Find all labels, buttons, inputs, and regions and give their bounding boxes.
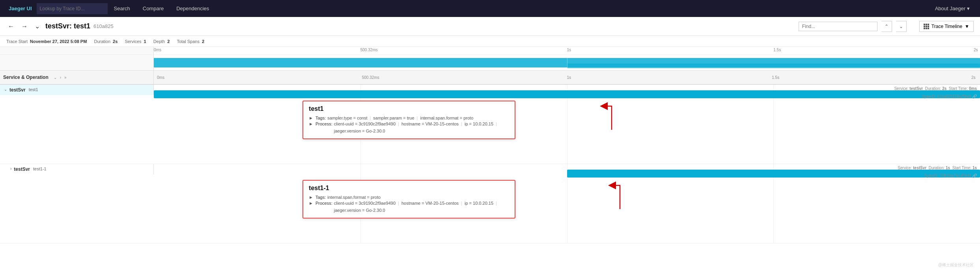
sort-right-button[interactable]: ›	[59, 75, 62, 80]
compare-nav-button[interactable]: Compare	[136, 0, 170, 17]
header-tick-500ms: 500.32ms	[362, 75, 379, 80]
trace-row: ⌄ testSvr test1 Service: testSvr Duratio…	[0, 85, 980, 164]
header-tick-0ms: 0ms	[157, 75, 164, 80]
row2-arrow-indicator	[608, 178, 632, 210]
col-header-service-op: Service & Operation ⌄ › »	[0, 71, 154, 84]
header-tick-1s: 1s	[567, 75, 571, 80]
about-jaeger-button[interactable]: About Jaeger ▾	[929, 0, 976, 17]
row2-process-label: Process:	[315, 201, 332, 206]
depth-value: 2	[167, 39, 170, 44]
row2-detail-popup: test1-1 ► Tags: internal.span.format = p…	[302, 180, 515, 219]
minimap-bar-2	[567, 64, 980, 68]
trace-header: ← → ⌄ testSvr: test1 610a825 ⌃ ⌄ Trace T…	[0, 17, 980, 36]
row2-tags-label: Tags:	[315, 195, 326, 200]
row2-span-bar[interactable]	[567, 170, 980, 178]
proc-ip: ip = 10.0.20.15	[465, 121, 493, 126]
ruler-tick-2s: 2s	[974, 48, 978, 52]
row1-op-label: test1	[29, 87, 38, 92]
sep4	[172, 39, 174, 44]
minimap-label-col	[0, 55, 154, 70]
chevron-down-icon: ▼	[965, 24, 969, 29]
row2-process-expand-icon[interactable]: ►	[309, 201, 313, 206]
duration-value: 2s	[113, 39, 118, 44]
row1-label-col: ⌄ testSvr test1	[0, 85, 154, 95]
row2-proc-ip: ip = 10.0.20.15	[465, 201, 493, 206]
trace-row-2: › testSvr test1-1 Service: testSvr Durat…	[0, 164, 980, 243]
row1-span-id: SpanID: 610a825218a75fe9 🔗	[922, 94, 977, 99]
total-spans-value: 2	[202, 39, 204, 44]
row2-proc-hostname: hostname = VM-20-15-centos	[401, 201, 459, 206]
services-label: Services	[125, 39, 141, 44]
services-value: 1	[144, 39, 146, 44]
sep1	[89, 39, 91, 44]
sort-down-button[interactable]: ⌄	[52, 75, 58, 80]
row2-expand-button[interactable]: ›	[9, 166, 12, 171]
row1-span-bar[interactable]	[154, 90, 980, 98]
trace-title: testSvr: test1 610a825	[45, 22, 114, 30]
sep3	[149, 39, 151, 44]
trace-id-text: 610a825	[93, 23, 114, 29]
row2-label-col: › testSvr test1-1	[0, 164, 154, 174]
col-header: Service & Operation ⌄ › » 0ms 500.32ms 1…	[0, 71, 980, 85]
dependencies-nav-button[interactable]: Dependencies	[170, 0, 215, 17]
row1-right-label: Service: testSvr Duration: 2s Start Time…	[894, 86, 977, 91]
row1-expand-button[interactable]: ⌄	[3, 87, 8, 92]
row1-arrow-indicator	[600, 98, 623, 131]
timeline-ruler-area: 0ms 500.32ms 1s 1.5s 2s	[0, 47, 980, 71]
row1-process-list: client-uuid = 3c9190c2f9ae9490 | hostnam…	[334, 121, 509, 133]
header-tick-1500ms: 1.5s	[772, 75, 779, 80]
grid-icon	[924, 24, 929, 29]
row1-timeline-col: Service: testSvr Duration: 2s Start Time…	[154, 85, 980, 164]
back-button[interactable]: ←	[6, 23, 16, 30]
expand-toggle-button[interactable]: ⌄	[33, 22, 41, 30]
minimap-canvas[interactable]	[154, 55, 980, 70]
sep2	[120, 39, 122, 44]
row2-proc-jaeger-version: jaeger.version = Go-2.30.0	[334, 208, 385, 213]
row2-tags-expand-icon[interactable]: ►	[309, 195, 313, 200]
row2-timeline-col: Service: testSvr Duration: 1s Start Time…	[154, 164, 980, 243]
col-header-ticks: 0ms 500.32ms 1s 1.5s 2s	[157, 70, 977, 84]
tags-expand-icon[interactable]: ►	[309, 116, 313, 120]
trace-timeline-label: Trace Timeline	[931, 24, 962, 29]
depth-label: Depth	[153, 39, 165, 44]
ruler-label-col	[0, 47, 154, 54]
main-area: ⌄ testSvr test1 Service: testSvr Duratio…	[0, 85, 980, 243]
row2-op-label: test1-1	[33, 166, 47, 171]
row1-detail-title: test1	[309, 105, 509, 112]
col-header-timeline: 0ms 500.32ms 1s 1.5s 2s	[154, 70, 980, 84]
search-nav-button[interactable]: Search	[108, 0, 136, 17]
forward-button[interactable]: →	[20, 23, 29, 30]
ruler-ticks: 0ms 500.32ms 1s 1.5s 2s	[154, 47, 980, 54]
row2-tag-span-format: internal.span.format = proto	[327, 195, 381, 200]
find-prev-button[interactable]: ⌃	[881, 21, 892, 32]
sort-right2-button[interactable]: »	[63, 75, 68, 80]
ruler-tick-500ms: 500.32ms	[360, 48, 378, 52]
ruler-tick-1500ms: 1.5s	[773, 48, 781, 52]
tag-sampler-param: sampler.param = true	[373, 116, 414, 120]
find-next-button[interactable]: ⌄	[896, 21, 907, 32]
trace-timeline-button[interactable]: Trace Timeline ▼	[919, 21, 974, 32]
row2-span-id: SpanID: 7082fda74c4f5efd 🔗	[924, 174, 977, 241]
row2-service-label: testSvr	[14, 166, 30, 172]
brand-label: Jaeger UI	[4, 6, 37, 11]
row2-tags-list: internal.span.format = proto	[327, 195, 381, 200]
process-label: Process:	[315, 121, 332, 126]
trace-start-label: Trace Start	[6, 39, 28, 44]
ruler-tick-0ms: 0ms	[154, 48, 161, 52]
row1-service-label: testSvr	[9, 87, 26, 93]
proc-client-uuid: client-uuid = 3c9190c2f9ae9490	[334, 121, 396, 126]
tags-label: Tags:	[315, 116, 326, 120]
tag-sampler-type: sampler.type = const	[327, 116, 367, 120]
header-tick-2s: 2s	[971, 75, 976, 80]
about-label: About Jaeger	[935, 6, 965, 11]
service-op-label: Service & Operation	[3, 75, 49, 80]
row1-tags-row: ► Tags: sampler.type = const | sampler.p…	[309, 116, 509, 120]
trace-start-value: November 27, 2022 5:08 PM	[30, 39, 87, 44]
process-expand-icon[interactable]: ►	[309, 121, 313, 126]
chevron-down-icon: ▾	[967, 6, 970, 11]
row1-detail-popup: test1 ► Tags: sampler.type = const | sam…	[302, 101, 515, 139]
trace-lookup-input[interactable]	[37, 3, 108, 14]
find-input[interactable]	[799, 22, 877, 31]
tag-span-format: internal.span.format = proto	[420, 116, 473, 120]
total-spans-label: Total Spans	[177, 39, 199, 44]
